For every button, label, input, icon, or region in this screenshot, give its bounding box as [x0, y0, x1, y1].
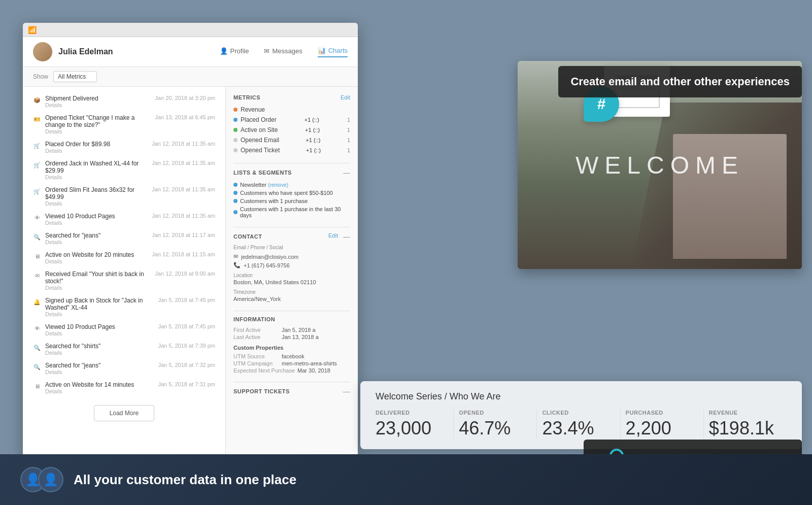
segment-item: Customers who have spent $50-$100 — [233, 189, 350, 197]
metric-item: Opened Ticket +1 (::) 1 — [233, 145, 350, 155]
crm-body: 📦 Shipment Delivered Details Jan 20, 201… — [23, 87, 358, 459]
email-activity-icon: ✉ — [33, 272, 41, 280]
metric-item: Placed Order +1 (::) 1 — [233, 115, 350, 125]
list-item: 👁 Viewed 10 Product Pages Details Jan 5,… — [23, 320, 225, 340]
tab-profile[interactable]: 👤 Profile — [220, 47, 249, 57]
crm-header: Julia Edelman 👤 Profile ✉ Messages 📊 Cha… — [23, 37, 358, 67]
search-activity-icon: 🔍 — [33, 233, 41, 241]
metric-dot-orange — [233, 108, 238, 112]
metric-dot — [233, 148, 238, 152]
order-icon: 🛒 — [33, 161, 41, 169]
view-icon: 👁 — [33, 214, 41, 222]
order-icon: 🛒 — [33, 187, 41, 195]
list-item: 🛒 Placed Order for $89.98 Details Jan 12… — [23, 138, 225, 157]
user-name: Julia Edelman — [58, 47, 220, 56]
list-item: 🔔 Signed up Back in Stock for "Jack in W… — [23, 294, 225, 320]
callout-icons: 👤 👤 — [20, 467, 63, 492]
list-item: 👁 Viewed 10 Product Pages Details Jan 12… — [23, 210, 225, 229]
metrics-edit[interactable]: Edit — [341, 94, 350, 100]
phone-icon: 📞 — [233, 262, 241, 268]
contact-location: Boston, MA, United States 02110 — [233, 278, 350, 286]
contact-phone: 📞 +1 (617) 645-9756 — [233, 261, 350, 270]
lists-title: LISTS & SEGMENTS — [233, 170, 292, 176]
list-item: 🔍 Searched for "jeans" Details Jan 12, 2… — [23, 229, 225, 248]
stat-col-delivered: DELIVERED 23,000 — [376, 410, 454, 439]
stats-panel: Welcome Series / Who We Are DELIVERED 23… — [360, 381, 802, 449]
tab-charts[interactable]: 📊 Charts — [318, 47, 348, 57]
list-item: 🛒 Ordered Jack in Washed XL-44 for $29.9… — [23, 157, 225, 183]
information-title: INFORMATION — [233, 316, 275, 322]
active-icon: 🖥 — [33, 252, 41, 260]
messages-icon: ✉ — [264, 47, 269, 55]
metrics-section: METRICS Edit Revenue Placed Order — [233, 94, 350, 155]
email-experience-callout: Create email and other other experiences — [558, 66, 802, 97]
search-activity-icon: 🔍 — [33, 363, 41, 371]
email-icon: ✉ — [233, 253, 238, 260]
support-collapse-icon[interactable]: — — [343, 387, 350, 395]
stats-grid: DELIVERED 23,000 OPENED 46.7% CLICKED 23… — [376, 410, 787, 439]
metric-item: Active on Site +1 (::) 1 — [233, 125, 350, 135]
contact-timezone: America/New_York — [233, 295, 350, 303]
list-item: 🖥 Active on Website for 20 minutes Detai… — [23, 248, 225, 267]
search-activity-icon: 🔍 — [33, 344, 41, 352]
metric-item: Opened Email +1 (::) 1 — [233, 135, 350, 145]
wifi-icon: 📶 — [28, 26, 37, 34]
welcome-text: WELCOME — [576, 151, 744, 179]
stat-col-revenue: REVENUE $198.1k — [704, 410, 787, 439]
nav-tabs: 👤 Profile ✉ Messages 📊 Charts — [220, 47, 348, 57]
signup-icon: 🔔 — [33, 298, 41, 306]
list-item: 🎫 Opened Ticket "Change I make a change … — [23, 111, 225, 138]
window-titlebar: 📶 — [23, 23, 358, 37]
charts-icon: 📊 — [318, 47, 326, 54]
contact-edit[interactable]: Edit — [328, 232, 338, 241]
crm-window: 📶 Julia Edelman 👤 Profile ✉ Messages 📊 C… — [23, 23, 358, 459]
metric-dot-green — [233, 128, 238, 132]
view-icon: 👁 — [33, 324, 41, 332]
information-section: INFORMATION First Active Jan 5, 2018 a L… — [233, 316, 350, 374]
tab-messages[interactable]: ✉ Messages — [264, 47, 302, 57]
support-section: SUPPORT TICKETS — — [233, 387, 350, 395]
profile-icon: 👤 — [220, 47, 228, 55]
collapse-icon[interactable]: — — [343, 169, 350, 177]
segment-item: Customers with 1 purchase — [233, 197, 350, 205]
callout-bar: 👤 👤 All your customer data in one place — [0, 454, 812, 505]
order-icon: 🛒 — [33, 142, 41, 150]
list-item: ✉ Received Email "Your shirt is back in … — [23, 267, 225, 294]
support-title: SUPPORT TICKETS — [233, 388, 290, 394]
stat-col-opened: OPENED 46.7% — [454, 410, 537, 439]
load-more-button[interactable]: Load More — [94, 405, 154, 421]
metrics-select[interactable]: All Metrics — [53, 71, 97, 82]
avatar — [33, 42, 52, 61]
stats-title: Welcome Series / Who We Are — [376, 391, 787, 402]
list-item: 📦 Shipment Delivered Details Jan 20, 201… — [23, 92, 225, 111]
metric-item: Revenue — [233, 105, 350, 115]
stat-col-clicked: CLICKED 23.4% — [537, 410, 620, 439]
list-item: 🛒 Ordered Slim Fit Jeans 36x32 for $49.9… — [23, 183, 225, 210]
right-panel: METRICS Edit Revenue Placed Order — [226, 87, 358, 459]
show-label: Show — [33, 73, 48, 80]
activity-feed: 📦 Shipment Delivered Details Jan 20, 201… — [23, 87, 226, 459]
active-icon: 🖥 — [33, 382, 41, 390]
metric-dot — [233, 138, 238, 142]
metrics-title: METRICS — [233, 94, 260, 100]
list-item: 🔍 Searched for "jeans" Details Jan 5, 20… — [23, 359, 225, 378]
customer-callout-text: All your customer data in one place — [74, 472, 296, 488]
segment-item: Customers with 1 purchase in the last 30… — [233, 205, 350, 219]
contact-email: ✉ jedelman@closiyo.com — [233, 252, 350, 261]
metrics-list: Revenue Placed Order +1 (::) 1 — [233, 105, 350, 155]
crm-toolbar: Show All Metrics — [23, 67, 358, 87]
metric-dot-blue — [233, 118, 238, 122]
ticket-icon: 🎫 — [33, 115, 41, 123]
contact-section: CONTACT Edit — Email / Phone / Social ✉ … — [233, 232, 350, 303]
stat-col-purchased: PURCHASED 2,200 — [621, 410, 704, 439]
contact-title: CONTACT — [233, 233, 262, 240]
list-item: 🖥 Active on Website for 14 minutes Detai… — [23, 378, 225, 397]
list-item: 🔍 Searched for "shirts" Details Jan 5, 2… — [23, 340, 225, 359]
contact-collapse-icon[interactable]: — — [343, 232, 350, 241]
shipment-icon: 📦 — [33, 96, 41, 104]
segment-item: Newsletter (remove) — [233, 181, 350, 189]
lists-segments-section: LISTS & SEGMENTS — Newsletter (remove) C… — [233, 169, 350, 219]
customer-icon-2: 👤 — [38, 467, 63, 492]
